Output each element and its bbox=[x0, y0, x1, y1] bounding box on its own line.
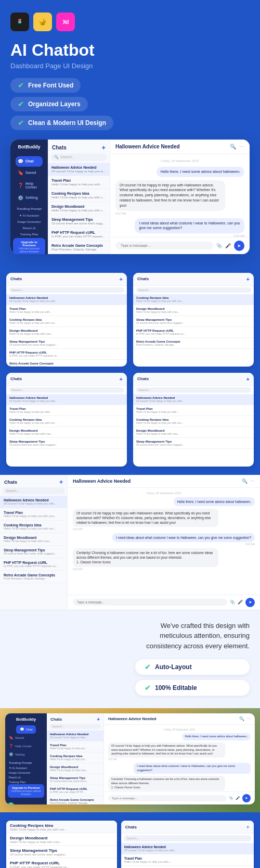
dm-attach-icon[interactable]: 📎 bbox=[229, 796, 233, 800]
wide-messages: Friday, 29 September 2023 Hello there, I… bbox=[68, 488, 260, 595]
dm-message-input[interactable] bbox=[108, 795, 227, 801]
dm-logo: BotBuddy bbox=[16, 717, 36, 722]
chats-panel: Chats + 🔍 Search... Halloween Advice Nee… bbox=[48, 140, 110, 254]
mini-item[interactable]: Travel Plan Hello! I'd be happy to help … bbox=[133, 405, 254, 416]
chat-item-retro[interactable]: Retro Arcade Game Concepts Pixel Pioneer… bbox=[48, 241, 110, 254]
mini-card-2: Chats + Search... Cooking Recipes Idea H… bbox=[133, 273, 254, 367]
dm-chat-item[interactable]: Cooking Recipes Idea Hello! I'd be happy… bbox=[47, 752, 103, 763]
mini-item[interactable]: PHP HTTP Request cURL In PHP, you can ma… bbox=[133, 327, 254, 338]
wide-message-input[interactable] bbox=[73, 599, 227, 606]
mini-item[interactable]: Halloween Advice Needed Of course! I'd b… bbox=[6, 394, 127, 405]
dm-more-icon[interactable]: ⋯ bbox=[246, 716, 251, 721]
send-button[interactable]: ➤ bbox=[234, 241, 244, 251]
setting-icon: ⚙️ bbox=[18, 195, 23, 200]
chat-item-sleep[interactable]: Sleep Management Tips Of course there ar… bbox=[48, 215, 110, 228]
more-icon[interactable]: ⋯ bbox=[250, 479, 255, 484]
nav-setting[interactable]: ⚙️ Setting bbox=[16, 193, 43, 203]
mini-item[interactable]: Halloween Advice Needed Of course! I'd b… bbox=[6, 294, 127, 305]
mini-item[interactable]: Design Moodboard Hello! I'd be happy to … bbox=[133, 427, 254, 438]
chat-search[interactable]: 🔍 Search... bbox=[51, 154, 107, 161]
chat-item-cooking[interactable]: Cooking Recipes Idea Hello! I'd be happy… bbox=[48, 189, 110, 202]
mini-item[interactable]: Halloween Advice Needed Of course! I'd b… bbox=[133, 394, 254, 405]
trend-item-1[interactable]: ✦ AI Assistant bbox=[16, 212, 42, 218]
nav-chat[interactable]: 💬 Chat bbox=[16, 156, 43, 167]
chat-item-design[interactable]: Design Moodboard Hello! I'd be happy to … bbox=[48, 202, 110, 215]
mini-item[interactable]: Design Moodboard Hello! I'd be happy to … bbox=[133, 305, 254, 316]
new-chat-button[interactable]: + bbox=[101, 144, 106, 152]
mini-item[interactable]: Travel Plan Hello! I'd be happy to help … bbox=[6, 405, 127, 416]
mic-icon[interactable]: 🎤 bbox=[238, 600, 243, 605]
dm-upgrade[interactable]: Upgrade to Premium Unlimited prompts wit… bbox=[8, 784, 44, 798]
wide-chat-item[interactable]: Retro Arcade Game Concepts Pixel Pioneer… bbox=[0, 571, 67, 583]
info-description: We've crafted this design with meticulou… bbox=[135, 621, 250, 651]
trend-item-3[interactable]: Reach.Js bbox=[19, 225, 38, 231]
dm-nav-help[interactable]: ❓ Help Center bbox=[5, 742, 47, 750]
mic-icon[interactable]: 🎤 bbox=[225, 243, 231, 248]
dm-chat-item[interactable]: Halloween Advice Needed Of course! I'd b… bbox=[47, 731, 103, 741]
dm-nav-setting[interactable]: ⚙️ Setting bbox=[5, 750, 47, 759]
dm-chat-item[interactable]: Design Moodboard Hello! I'd be happy to … bbox=[47, 763, 103, 774]
dm-chat-item[interactable]: Sleep Management Tips Of course there ar… bbox=[47, 774, 103, 785]
wide-chat-item[interactable]: Sleep Management Tips Of course there ar… bbox=[0, 546, 67, 558]
mobile-chat-list-previews: Cooking Recipes Idea Hello! I'd be happy… bbox=[6, 821, 254, 868]
trend-item-2[interactable]: Image Generator bbox=[14, 219, 44, 224]
desktop-mockup: BotBuddy 💬 Chat 🔖 Saved ❓ Help Center ⚙️… bbox=[5, 713, 255, 804]
upgrade-button[interactable]: Upgrade to Premium Unlimited prompts wit… bbox=[13, 238, 45, 254]
wide-chat-item[interactable]: Halloween Advice Needed Of course! I'd b… bbox=[0, 496, 67, 508]
attach-icon[interactable]: 📎 bbox=[230, 600, 235, 605]
wide-chat-item[interactable]: Cooking Recipes Idea Hello! I'd be happy… bbox=[0, 521, 67, 533]
nav-help[interactable]: ❓ Help Center bbox=[16, 179, 43, 192]
mini-item[interactable]: Sleep Management Tips Of course there ar… bbox=[6, 438, 127, 449]
mini-item[interactable]: Design Moodboard Hello! I'd be happy to … bbox=[6, 427, 127, 438]
dm-nav-saved[interactable]: 🔖 Saved bbox=[5, 734, 47, 742]
help-icon: ❓ bbox=[18, 183, 23, 188]
feature-badges: ✔ Auto-Layout ✔ 100% Editable bbox=[135, 659, 250, 696]
search-icon[interactable]: 🔍 bbox=[230, 144, 236, 149]
dm-chat-item[interactable]: Travel Plan Hello! I'd be happy to help … bbox=[47, 741, 103, 752]
info-section: We've crafted this design with meticulou… bbox=[0, 610, 260, 709]
mini-item[interactable]: Cooking Recipes Idea Hello! I'd be happy… bbox=[6, 316, 127, 327]
mini-item[interactable]: Retro Arcade Game Concepts Pixel Pioneer… bbox=[6, 360, 127, 367]
wide-user-msg-2: I need ideas about what costume I wear t… bbox=[73, 533, 255, 546]
chat-item-travel[interactable]: Travel Plan Hello! I'd be happy to help … bbox=[48, 176, 110, 189]
trend-item-4[interactable]: Training Plan bbox=[17, 232, 41, 237]
mini-item[interactable]: Sleep Management Tips Of course there ar… bbox=[6, 338, 127, 349]
dm-chat-item[interactable]: Retro Arcade Game Concepts Pixel Pioneer… bbox=[47, 796, 103, 804]
dm-send-button[interactable]: ➤ bbox=[242, 794, 251, 802]
mini-card-4: Chats + Search... Halloween Advice Neede… bbox=[133, 373, 254, 467]
mini-item[interactable]: Retro Arcade Game Concepts Pixel Pioneer… bbox=[133, 338, 254, 349]
dm-mic-icon[interactable]: 🎤 bbox=[236, 796, 240, 800]
wide-chat-preview: Chats + Search... Halloween Advice Neede… bbox=[0, 475, 260, 610]
mini-item[interactable]: PHP HTTP Request cURL In PHP, you can ma… bbox=[6, 349, 127, 360]
wide-send-button[interactable]: ➤ bbox=[245, 598, 255, 607]
wide-preview-section: Chats + Search... Halloween Advice Neede… bbox=[0, 475, 260, 610]
feature-auto-layout: ✔ Auto-Layout bbox=[135, 659, 250, 675]
dm-nav-chat[interactable]: 💬 Chat bbox=[16, 725, 36, 734]
message-input[interactable] bbox=[115, 242, 213, 249]
hero-subtitle: Dashboard Page UI Design bbox=[10, 62, 250, 70]
chat-item-php[interactable]: PHP HTTP Request cURL In PHP, you can ma… bbox=[48, 228, 110, 241]
trending-label: Trending Prompt bbox=[14, 204, 45, 211]
nav-saved[interactable]: 🔖 Saved bbox=[16, 168, 43, 178]
wide-chat-item[interactable]: Travel Plan Hello! I'd be happy to help … bbox=[0, 508, 67, 521]
dm-chat-item[interactable]: PHP HTTP Request cURL In PHP, you can ma… bbox=[47, 785, 103, 796]
saved-icon: 🔖 bbox=[18, 170, 23, 175]
mini-item[interactable]: Travel Plan Hello! I'd be happy to help … bbox=[6, 305, 127, 316]
mini-item[interactable]: Sleep Management Tips Of course there ar… bbox=[133, 438, 254, 449]
wide-new-chat[interactable]: + bbox=[59, 479, 63, 486]
dm-search-icon[interactable]: 🔍 bbox=[239, 716, 244, 721]
chat-title: Halloween Advice Needed bbox=[115, 144, 180, 149]
mini-item[interactable]: Sleep Management Tips Of course there ar… bbox=[133, 316, 254, 327]
chat-item-halloween[interactable]: Halloween Advice Needed Of course! I'd b… bbox=[48, 163, 110, 176]
attach-icon[interactable]: 📎 bbox=[216, 243, 222, 248]
mini-item[interactable]: Cooking Recipes Idea Hello! I'd be happy… bbox=[133, 416, 254, 427]
mini-item[interactable]: Design Moodboard Hello! I'd be happy to … bbox=[6, 327, 127, 338]
search-icon[interactable]: 🔍 bbox=[242, 479, 248, 484]
mini-item[interactable]: Cooking Recipes Idea Hello! I'd be happy… bbox=[6, 416, 127, 427]
main-preview-card: BotBuddy 💬 Chat 🔖 Saved ❓ Help Center ⚙️… bbox=[10, 140, 250, 254]
wide-chat-item[interactable]: Design Moodboard Hello! I'd be happy to … bbox=[0, 533, 67, 546]
check-icon: ✔ bbox=[145, 663, 151, 671]
wide-chat-item[interactable]: PHP HTTP Request cURL In PHP, you can ma… bbox=[0, 558, 67, 571]
mini-item[interactable]: Cooking Recipes Idea Hello! I'd be happy… bbox=[133, 294, 254, 305]
more-icon[interactable]: ⋯ bbox=[239, 144, 244, 149]
